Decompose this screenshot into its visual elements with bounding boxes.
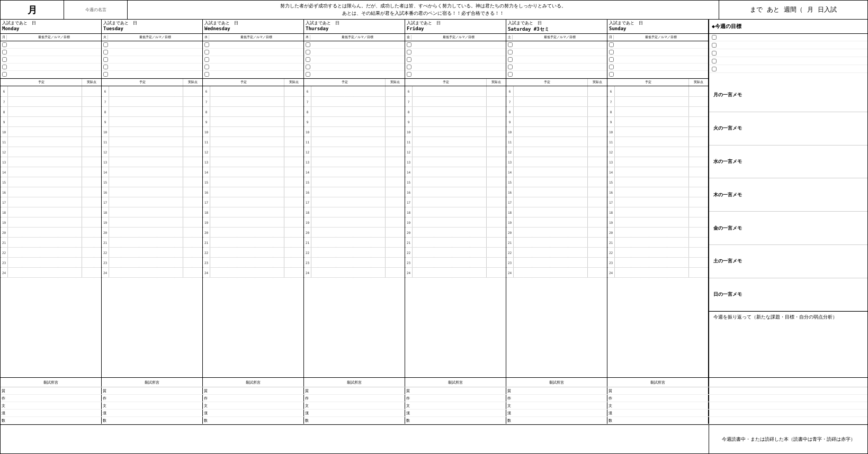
- time-actual-5-14[interactable]: [588, 167, 607, 177]
- time-plan-1-22[interactable]: [109, 248, 183, 257]
- time-plan-5-14[interactable]: [514, 167, 588, 177]
- time-actual-3-16[interactable]: [386, 187, 405, 197]
- time-plan-4-13[interactable]: [413, 157, 487, 167]
- time-actual-3-15[interactable]: [386, 177, 405, 187]
- time-plan-2-9[interactable]: [210, 117, 284, 126]
- time-plan-5-7[interactable]: [514, 97, 588, 106]
- time-plan-4-20[interactable]: [413, 228, 487, 237]
- time-plan-2-18[interactable]: [210, 207, 284, 217]
- time-plan-4-16[interactable]: [413, 187, 487, 197]
- time-plan-0-23[interactable]: [8, 258, 82, 267]
- time-actual-5-17[interactable]: [588, 197, 607, 207]
- time-actual-3-11[interactable]: [386, 137, 405, 147]
- time-actual-2-18[interactable]: [284, 207, 303, 217]
- time-actual-3-22[interactable]: [386, 248, 405, 257]
- time-plan-2-8[interactable]: [210, 107, 284, 116]
- time-actual-0-24[interactable]: [82, 268, 101, 277]
- time-plan-6-7[interactable]: [615, 97, 689, 106]
- time-actual-4-12[interactable]: [487, 147, 506, 157]
- time-actual-5-6[interactable]: [588, 86, 607, 96]
- time-plan-0-19[interactable]: [8, 217, 82, 227]
- checkbox-4-4[interactable]: [407, 72, 411, 77]
- time-plan-5-16[interactable]: [514, 187, 588, 197]
- time-plan-2-12[interactable]: [210, 147, 284, 157]
- time-actual-6-23[interactable]: [689, 258, 708, 267]
- checkbox-1-2[interactable]: [103, 57, 108, 62]
- checkbox-0-4[interactable]: [2, 72, 7, 77]
- checkbox-4-0[interactable]: [407, 42, 411, 47]
- time-plan-1-11[interactable]: [109, 137, 183, 147]
- time-actual-1-15[interactable]: [183, 177, 202, 187]
- time-actual-5-23[interactable]: [588, 258, 607, 267]
- time-plan-5-24[interactable]: [514, 268, 588, 277]
- time-plan-6-23[interactable]: [615, 258, 689, 267]
- time-actual-3-6[interactable]: [386, 86, 405, 96]
- time-actual-3-7[interactable]: [386, 97, 405, 106]
- time-plan-2-17[interactable]: [210, 197, 284, 207]
- time-actual-2-19[interactable]: [284, 217, 303, 227]
- time-actual-3-13[interactable]: [386, 157, 405, 167]
- time-actual-6-21[interactable]: [689, 238, 708, 247]
- time-actual-6-9[interactable]: [689, 117, 708, 126]
- checkbox-6-3[interactable]: [609, 65, 614, 69]
- time-plan-5-19[interactable]: [514, 217, 588, 227]
- checkbox-4-3[interactable]: [407, 65, 411, 69]
- time-actual-0-7[interactable]: [82, 97, 101, 106]
- time-actual-2-14[interactable]: [284, 167, 303, 177]
- time-plan-5-13[interactable]: [514, 157, 588, 167]
- checkbox-5-4[interactable]: [508, 72, 513, 77]
- checkbox-3-0[interactable]: [306, 42, 310, 47]
- time-actual-5-16[interactable]: [588, 187, 607, 197]
- time-plan-4-19[interactable]: [413, 217, 487, 227]
- time-actual-2-8[interactable]: [284, 107, 303, 116]
- time-plan-3-14[interactable]: [311, 167, 386, 177]
- time-actual-6-13[interactable]: [689, 157, 708, 167]
- time-actual-3-18[interactable]: [386, 207, 405, 217]
- time-plan-6-20[interactable]: [615, 228, 689, 237]
- time-plan-0-7[interactable]: [8, 97, 82, 106]
- time-plan-0-22[interactable]: [8, 248, 82, 257]
- time-actual-0-9[interactable]: [82, 117, 101, 126]
- time-plan-6-21[interactable]: [615, 238, 689, 247]
- goal-checkbox-1[interactable]: [712, 43, 717, 48]
- time-plan-4-17[interactable]: [413, 197, 487, 207]
- time-actual-0-12[interactable]: [82, 147, 101, 157]
- time-actual-0-20[interactable]: [82, 228, 101, 237]
- time-plan-4-24[interactable]: [413, 268, 487, 277]
- time-plan-0-9[interactable]: [8, 117, 82, 126]
- time-plan-0-14[interactable]: [8, 167, 82, 177]
- time-actual-1-7[interactable]: [183, 97, 202, 106]
- time-actual-1-10[interactable]: [183, 127, 202, 137]
- time-actual-5-7[interactable]: [588, 97, 607, 106]
- checkbox-5-1[interactable]: [508, 50, 513, 55]
- time-plan-2-22[interactable]: [210, 248, 284, 257]
- time-actual-1-11[interactable]: [183, 137, 202, 147]
- time-actual-0-19[interactable]: [82, 217, 101, 227]
- time-actual-5-24[interactable]: [588, 268, 607, 277]
- time-plan-0-17[interactable]: [8, 197, 82, 207]
- time-actual-5-10[interactable]: [588, 127, 607, 137]
- time-actual-1-22[interactable]: [183, 248, 202, 257]
- time-plan-1-18[interactable]: [109, 207, 183, 217]
- time-actual-4-18[interactable]: [487, 207, 506, 217]
- time-plan-3-23[interactable]: [311, 258, 386, 267]
- goal-checkbox-2[interactable]: [712, 51, 717, 56]
- time-actual-2-21[interactable]: [284, 238, 303, 247]
- time-plan-0-13[interactable]: [8, 157, 82, 167]
- time-actual-1-17[interactable]: [183, 197, 202, 207]
- time-plan-1-10[interactable]: [109, 127, 183, 137]
- time-plan-6-22[interactable]: [615, 248, 689, 257]
- time-actual-3-21[interactable]: [386, 238, 405, 247]
- time-actual-6-6[interactable]: [689, 86, 708, 96]
- time-actual-4-17[interactable]: [487, 197, 506, 207]
- time-actual-1-23[interactable]: [183, 258, 202, 267]
- time-plan-6-6[interactable]: [615, 86, 689, 96]
- time-actual-6-12[interactable]: [689, 147, 708, 157]
- time-actual-6-7[interactable]: [689, 97, 708, 106]
- time-plan-1-7[interactable]: [109, 97, 183, 106]
- time-plan-4-18[interactable]: [413, 207, 487, 217]
- time-actual-5-12[interactable]: [588, 147, 607, 157]
- time-actual-4-20[interactable]: [487, 228, 506, 237]
- time-plan-1-19[interactable]: [109, 217, 183, 227]
- time-actual-0-23[interactable]: [82, 258, 101, 267]
